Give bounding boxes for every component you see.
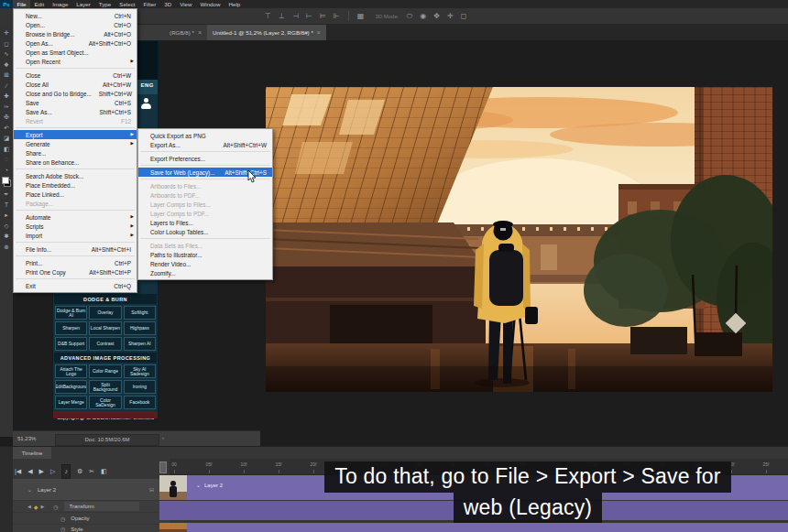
timeline-settings-gear-icon[interactable]: ⚙ xyxy=(77,465,82,478)
align-bottom-icon[interactable]: ⊥ xyxy=(279,9,285,24)
menu-item-place-linked[interactable]: Place Linked... xyxy=(14,190,137,199)
menu-item-scripts[interactable]: Scripts▶ xyxy=(14,222,137,231)
menu-item-close-all[interactable]: Close AllAlt+Ctrl+W xyxy=(14,80,137,89)
menu-item-save-as[interactable]: Save As...Shift+Ctrl+S xyxy=(14,107,137,116)
lasso-tool-icon[interactable]: ∿ xyxy=(4,49,8,60)
menu-item-share[interactable]: Share... xyxy=(14,148,137,157)
menubar-select[interactable]: Select xyxy=(115,0,139,8)
keyframe-navigator[interactable]: ◀◆▶ xyxy=(27,504,44,510)
panel-button[interactable]: Highpass xyxy=(124,321,156,335)
playhead-handle[interactable] xyxy=(159,461,167,473)
menubar-window[interactable]: Window xyxy=(196,0,224,8)
stopwatch-icon[interactable]: ◷ xyxy=(60,516,65,522)
menu-item-layers-to-files[interactable]: Layers to Files... xyxy=(138,218,272,227)
distribute-v-icon[interactable]: ⊩ xyxy=(334,9,340,24)
panel-button[interactable]: Facebook xyxy=(124,396,156,409)
menubar-3d[interactable]: 3D xyxy=(160,0,176,8)
distribute-h-icon[interactable]: ⊨ xyxy=(320,9,326,24)
hand-tool-icon[interactable]: ✱ xyxy=(4,231,8,242)
stopwatch-icon[interactable]: ◷ xyxy=(60,526,65,532)
timeline-layer-row[interactable]: ⌄ Layer 2 ⊟ ▾ xyxy=(13,479,170,500)
menu-item-open[interactable]: Open...Ctrl+O xyxy=(14,20,137,29)
close-icon[interactable]: × xyxy=(198,29,202,36)
clip-menu-arrow-icon[interactable]: ▾ xyxy=(159,486,162,493)
play-button[interactable]: ▶ xyxy=(39,465,44,478)
menu-item-browse-in-bridge[interactable]: Browse in Bridge...Alt+Ctrl+O xyxy=(14,29,137,38)
status-options-arrow-icon[interactable]: › xyxy=(162,435,164,440)
eyedropper-tool-icon[interactable]: ∕ xyxy=(5,81,6,92)
3d-orbit-icon[interactable]: ⬭ xyxy=(406,9,412,24)
video-clip-lower[interactable] xyxy=(187,523,788,532)
zoom-level[interactable]: 51.23% xyxy=(17,436,36,441)
menu-item-export-as[interactable]: Export As...Alt+Shift+Ctrl+W xyxy=(138,140,272,149)
crop-tool-icon[interactable]: ⊞ xyxy=(4,70,8,81)
marquee-tool-icon[interactable]: ◻ xyxy=(4,38,8,49)
split-clip-scissors-icon[interactable]: ✂ xyxy=(89,465,94,478)
panel-button[interactable]: Color Range xyxy=(89,364,121,378)
path-select-tool-icon[interactable]: ▸ xyxy=(5,210,7,221)
opacity-property-row[interactable]: ◷ Opacity xyxy=(13,513,170,524)
type-tool-icon[interactable]: T xyxy=(5,200,8,211)
menu-item-exit[interactable]: ExitCtrl+Q xyxy=(14,281,137,290)
chevron-down-icon[interactable]: ⌄ xyxy=(27,486,32,493)
menu-item-close-go-bridge[interactable]: Close and Go to Bridge...Shift+Ctrl+W xyxy=(14,89,137,98)
user-icon[interactable] xyxy=(141,98,151,109)
shape-tool-icon[interactable]: ◇ xyxy=(5,221,9,232)
menubar-help[interactable]: Help xyxy=(224,0,245,8)
photoshop-logo[interactable]: Ps xyxy=(0,0,13,8)
menu-item-file-info[interactable]: File Info...Alt+Shift+Ctrl+I xyxy=(14,244,137,254)
menu-item-render-video[interactable]: Render Video... xyxy=(138,259,272,268)
panel-button[interactable]: Sharpen xyxy=(55,321,87,335)
go-to-first-frame-button[interactable]: |◀ xyxy=(15,465,21,478)
panel-button[interactable]: EditBackground xyxy=(55,380,87,394)
3d-roll-icon[interactable]: ◉ xyxy=(420,9,426,24)
transform-property-row[interactable]: ◀◆▶ ◷ Transform xyxy=(13,501,170,512)
3d-scale-icon[interactable]: ◻ xyxy=(461,9,467,24)
menu-item-share-behance[interactable]: Share on Behance... xyxy=(14,157,137,167)
panel-button[interactable]: Attach The Logo xyxy=(55,364,87,378)
quick-select-tool-icon[interactable]: ❖ xyxy=(4,60,9,71)
grid-icon[interactable]: ▦ xyxy=(357,9,365,24)
menu-item-close[interactable]: CloseCtrl+W xyxy=(14,71,137,80)
menubar-view[interactable]: View xyxy=(176,0,196,8)
panel-button[interactable]: Sky AI Sadesign xyxy=(124,364,156,378)
color-swatches[interactable] xyxy=(2,177,11,187)
menubar-file[interactable]: File xyxy=(13,0,30,8)
clip-video-toggle-icon[interactable]: ⊟ xyxy=(149,486,154,493)
panel-button[interactable]: Local Sharpen xyxy=(89,321,121,335)
3d-slide-icon[interactable]: ✛ xyxy=(447,9,454,24)
menu-item-open-recent[interactable]: Open Recent▶ xyxy=(14,57,137,66)
gradient-tool-icon[interactable]: ◧ xyxy=(4,144,9,155)
panel-button[interactable]: Overlay xyxy=(89,306,121,320)
transition-button[interactable]: ◧ xyxy=(101,465,107,478)
move-tool-icon[interactable]: ✛ xyxy=(4,27,8,38)
menubar-filter[interactable]: Filter xyxy=(139,0,160,8)
menu-item-export-preferences[interactable]: Export Preferences... xyxy=(138,154,272,163)
panel-button[interactable]: Split Background xyxy=(89,380,121,394)
menu-item-zoomify[interactable]: Zoomify... xyxy=(138,268,272,277)
3d-pan-icon[interactable]: ✥ xyxy=(433,9,440,24)
zoom-tool-icon[interactable]: ⊕ xyxy=(4,242,8,253)
panel-button[interactable]: Dodge & Burn AI xyxy=(55,306,87,320)
menubar-layer[interactable]: Layer xyxy=(72,0,94,8)
panel-button[interactable]: Ironing xyxy=(124,380,156,394)
menu-item-new[interactable]: New...Ctrl+N xyxy=(14,11,137,20)
close-icon[interactable]: × xyxy=(317,29,321,36)
menu-item-save[interactable]: SaveCtrl+S xyxy=(14,98,137,107)
document-tab-active[interactable]: Untitled-1 @ 51,2% (Layer 2, RGB/8#) * × xyxy=(207,25,326,40)
menu-item-automate[interactable]: Automate▶ xyxy=(14,212,137,222)
previous-frame-button[interactable]: ◀ xyxy=(27,465,32,478)
panel-button[interactable]: Layer Merge xyxy=(55,396,87,409)
blur-tool-icon[interactable]: ◌ xyxy=(5,154,8,165)
foreground-color-swatch[interactable] xyxy=(2,177,9,184)
align-left-icon[interactable]: ⊣ xyxy=(292,9,299,24)
menu-item-paths-to-illustrator[interactable]: Paths to Illustrator... xyxy=(138,250,272,259)
menu-item-color-lookup-tables[interactable]: Color Lookup Tables... xyxy=(138,227,272,236)
align-top-icon[interactable]: ⊤ xyxy=(265,9,271,24)
panel-button[interactable]: Contrast xyxy=(89,337,121,351)
pen-tool-icon[interactable]: ✒ xyxy=(4,189,8,200)
menu-item-place-embedded[interactable]: Place Embedded... xyxy=(14,180,137,190)
dodge-tool-icon[interactable]: ◔ xyxy=(5,165,8,176)
menu-item-open-as[interactable]: Open As...Alt+Shift+Ctrl+O xyxy=(14,38,137,48)
panel-button[interactable]: Softlight xyxy=(124,306,156,320)
